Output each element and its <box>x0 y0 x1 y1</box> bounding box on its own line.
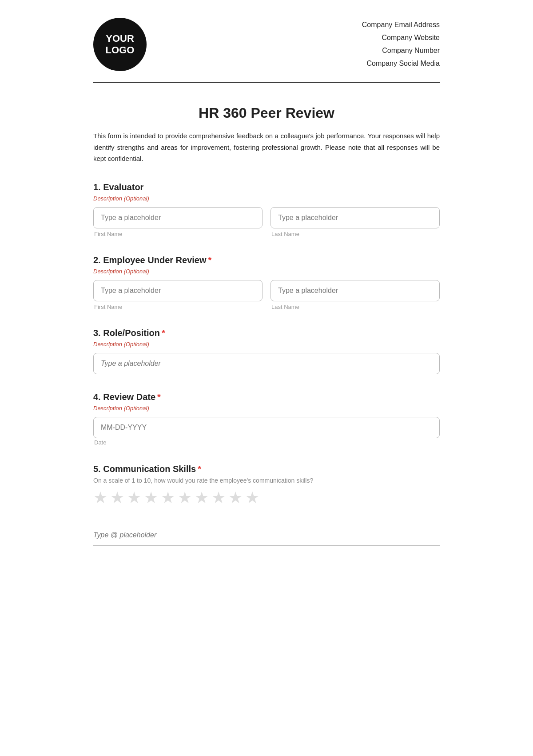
star-9[interactable]: ★ <box>228 488 243 507</box>
star-7[interactable]: ★ <box>195 488 209 507</box>
star-10[interactable]: ★ <box>245 488 259 507</box>
employee-last-name-group: Last Name <box>270 280 440 310</box>
evaluator-first-name-label: First Name <box>93 231 263 237</box>
evaluator-last-name-input[interactable] <box>270 207 440 228</box>
star-1[interactable]: ★ <box>93 488 107 507</box>
mention-section <box>93 525 440 546</box>
company-website-label: Company Website <box>362 32 440 44</box>
page-header: YOUR LOGO Company Email Address Company … <box>93 18 440 83</box>
section-2-title: 2. Employee Under Review* <box>93 255 440 265</box>
section-employee: 2. Employee Under Review* Description (O… <box>93 255 440 310</box>
star-6[interactable]: ★ <box>178 488 192 507</box>
employee-first-name-label: First Name <box>93 304 263 310</box>
section-3-title: 3. Role/Position* <box>93 328 440 338</box>
section-evaluator: 1. Evaluator Description (Optional) Firs… <box>93 182 440 237</box>
section-4-description: Description (Optional) <box>93 405 440 412</box>
mention-input[interactable] <box>93 525 440 546</box>
section-2-description: Description (Optional) <box>93 268 440 275</box>
star-4[interactable]: ★ <box>144 488 158 507</box>
required-star-5: * <box>198 464 201 474</box>
evaluator-first-name-group: First Name <box>93 207 263 237</box>
employee-first-name-group: First Name <box>93 280 263 310</box>
section-role: 3. Role/Position* Description (Optional) <box>93 328 440 374</box>
section-5-sub-description: On a scale of 1 to 10, how would you rat… <box>93 477 440 484</box>
employee-last-name-input[interactable] <box>270 280 440 301</box>
form-title: HR 360 Peer Review <box>93 105 440 121</box>
section-2-input-row: First Name Last Name <box>93 280 440 310</box>
star-3[interactable]: ★ <box>127 488 141 507</box>
required-star-4: * <box>157 392 161 402</box>
company-email-label: Company Email Address <box>362 19 440 32</box>
required-star-3: * <box>162 328 165 338</box>
star-5[interactable]: ★ <box>161 488 175 507</box>
communication-stars[interactable]: ★ ★ ★ ★ ★ ★ ★ ★ ★ ★ <box>93 488 440 507</box>
evaluator-first-name-input[interactable] <box>93 207 263 228</box>
section-1-title: 1. Evaluator <box>93 182 440 192</box>
section-3-description: Description (Optional) <box>93 341 440 348</box>
evaluator-last-name-group: Last Name <box>270 207 440 237</box>
review-date-label: Date <box>93 439 106 446</box>
company-number-label: Company Number <box>362 44 440 57</box>
company-social-label: Company Social Media <box>362 57 440 70</box>
star-8[interactable]: ★ <box>211 488 226 507</box>
company-info-block: Company Email Address Company Website Co… <box>362 19 440 70</box>
section-4-title: 4. Review Date* <box>93 392 440 402</box>
star-2[interactable]: ★ <box>110 488 124 507</box>
section-5-title: 5. Communication Skills* <box>93 464 440 474</box>
form-description: This form is intended to provide compreh… <box>93 130 440 164</box>
section-1-description: Description (Optional) <box>93 195 440 202</box>
logo-text-line2: LOGO <box>106 44 135 56</box>
section-review-date: 4. Review Date* Description (Optional) D… <box>93 392 440 446</box>
logo-text-line1: YOUR <box>106 33 134 44</box>
section-1-input-row: First Name Last Name <box>93 207 440 237</box>
form-title-section: HR 360 Peer Review This form is intended… <box>93 105 440 164</box>
employee-last-name-label: Last Name <box>270 304 440 310</box>
review-date-input[interactable] <box>93 417 440 438</box>
company-logo: YOUR LOGO <box>93 18 147 71</box>
section-communication: 5. Communication Skills* On a scale of 1… <box>93 464 440 507</box>
required-star-2: * <box>208 255 212 265</box>
employee-first-name-input[interactable] <box>93 280 263 301</box>
evaluator-last-name-label: Last Name <box>270 231 440 237</box>
role-input[interactable] <box>93 353 440 374</box>
